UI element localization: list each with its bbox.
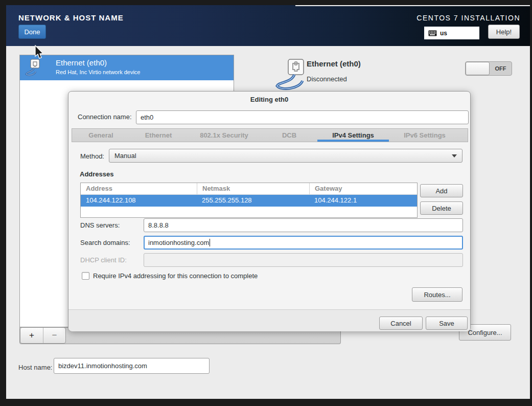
method-selected-value: Manual: [114, 152, 136, 160]
device-detail-title: Ethernet (eth0): [307, 59, 361, 68]
require-ipv4-label: Require IPv4 addressing for this connect…: [93, 272, 258, 280]
window-highlight: [295, 5, 530, 6]
device-on-off-toggle[interactable]: OFF: [465, 61, 512, 76]
device-list-item-eth0[interactable]: Ethernet (eth0) Red Hat, Inc Virtio netw…: [20, 55, 234, 80]
addresses-table-header: Address Netmask Gateway: [81, 183, 417, 195]
done-button[interactable]: Done: [18, 25, 46, 39]
toggle-knob[interactable]: [466, 62, 490, 75]
remove-device-button[interactable]: −: [43, 328, 65, 343]
cell-netmask: 255.255.255.128: [197, 195, 309, 207]
keyboard-layout-indicator[interactable]: us: [424, 27, 479, 39]
cell-address: 104.244.122.108: [81, 195, 197, 207]
dialog-title: Editing eth0: [68, 96, 470, 103]
device-detail-status: Disconnected: [307, 75, 347, 83]
add-address-button[interactable]: Add: [420, 184, 463, 197]
chevron-down-icon: [452, 154, 457, 157]
dhcp-client-id-label: DHCP client ID:: [80, 256, 127, 264]
device-item-title: Ethernet (eth0): [56, 58, 107, 67]
dialog-footer: Cancel Save: [68, 309, 470, 331]
cancel-button[interactable]: Cancel: [379, 317, 423, 330]
screen-background: NETWORK & HOST NAME Done CENTOS 7 INSTAL…: [0, 0, 532, 406]
installer-window: NETWORK & HOST NAME Done CENTOS 7 INSTAL…: [6, 5, 530, 399]
column-header-netmask: Netmask: [197, 183, 309, 194]
toggle-state-label: OFF: [490, 62, 512, 75]
keyboard-layout-label: us: [440, 30, 447, 37]
search-domains-value: inmotionhosting.com: [148, 239, 209, 246]
ethernet-large-icon: [273, 56, 312, 93]
tab-general[interactable]: General: [72, 129, 130, 142]
add-device-button[interactable]: +: [20, 328, 43, 343]
tab-ipv6-settings[interactable]: IPv6 Settings: [389, 129, 460, 142]
tab-ipv4-settings[interactable]: IPv4 Settings: [317, 129, 389, 142]
save-button[interactable]: Save: [426, 317, 468, 330]
method-label: Method:: [80, 152, 104, 160]
hostname-label: Host name:: [18, 364, 52, 371]
mouse-cursor-icon: [33, 45, 44, 60]
tab-dcb[interactable]: DCB: [261, 129, 317, 142]
text-caret: [210, 239, 210, 246]
device-item-subtitle: Red Hat, Inc Virtio network device: [56, 69, 140, 75]
dhcp-client-id-input: [144, 253, 463, 267]
method-dropdown[interactable]: Manual: [109, 149, 462, 163]
help-button[interactable]: Help!: [488, 25, 520, 39]
page-title: NETWORK & HOST NAME: [18, 13, 124, 22]
column-header-address: Address: [81, 183, 197, 194]
addresses-table[interactable]: Address Netmask Gateway 104.244.122.108 …: [80, 183, 418, 218]
hostname-input[interactable]: [54, 358, 210, 374]
ethernet-icon: [25, 58, 44, 78]
product-title: CENTOS 7 INSTALLATION: [417, 14, 520, 22]
editing-eth0-dialog: Editing eth0 Connection name: General Et…: [68, 91, 471, 331]
delete-address-button[interactable]: Delete: [420, 201, 463, 215]
connection-name-input[interactable]: [136, 110, 469, 124]
cell-gateway: 104.244.122.1: [309, 195, 417, 207]
search-domains-input[interactable]: inmotionhosting.com: [144, 236, 463, 250]
keyboard-icon: [428, 30, 437, 36]
dns-servers-label: DNS servers:: [80, 221, 120, 229]
dns-servers-input[interactable]: [144, 218, 463, 232]
connection-name-label: Connection name:: [78, 113, 132, 121]
settings-tabbar: General Ethernet 802.1x Security DCB IPv…: [72, 128, 468, 142]
header-bar: NETWORK & HOST NAME Done CENTOS 7 INSTAL…: [6, 5, 530, 46]
routes-button[interactable]: Routes...: [412, 287, 462, 302]
device-list-actions: + −: [20, 327, 66, 344]
tab-ethernet[interactable]: Ethernet: [130, 129, 187, 142]
table-row[interactable]: 104.244.122.108 255.255.255.128 104.244.…: [81, 195, 417, 207]
search-domains-label: Search domains:: [80, 239, 130, 246]
require-ipv4-checkbox[interactable]: [82, 272, 89, 280]
addresses-heading: Addresses: [80, 170, 113, 178]
column-header-gateway: Gateway: [309, 183, 417, 194]
tab-8021x-security[interactable]: 802.1x Security: [187, 129, 261, 142]
